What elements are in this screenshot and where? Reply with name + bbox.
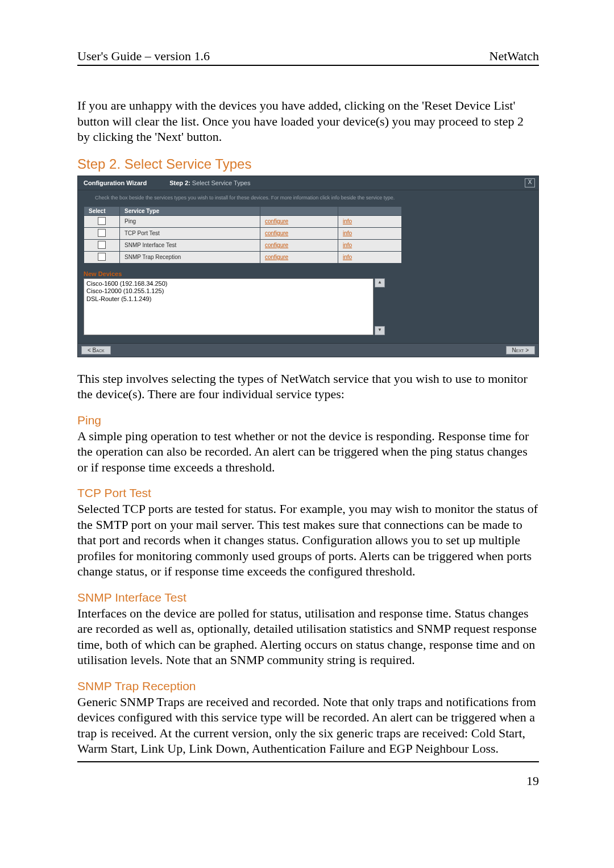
wizard-step-rest: Select Service Types bbox=[190, 180, 251, 186]
info-link[interactable]: info bbox=[343, 218, 352, 224]
device-list-scrollbar: ▲ ▼ bbox=[375, 278, 385, 335]
list-item[interactable]: DSL-Router (5.1.1.249) bbox=[86, 295, 371, 303]
configuration-wizard: Configuration Wizard Step 2: Select Serv… bbox=[77, 176, 539, 357]
service-name: SNMP Interface Test bbox=[120, 239, 260, 251]
next-button[interactable]: Next > bbox=[506, 346, 535, 354]
table-row: Ping configure info bbox=[84, 215, 402, 227]
col-blank-1 bbox=[260, 206, 338, 215]
wizard-footer: < Back Next > bbox=[78, 343, 538, 357]
configure-link[interactable]: configure bbox=[265, 218, 288, 224]
table-row: SNMP Interface Test configure info bbox=[84, 239, 402, 251]
scroll-up-icon[interactable]: ▲ bbox=[375, 278, 385, 287]
step2-heading: Step 2. Select Service Types bbox=[77, 156, 539, 172]
snmp-if-heading: SNMP Interface Test bbox=[77, 591, 539, 604]
snmp-trap-heading: SNMP Trap Reception bbox=[77, 679, 539, 693]
page-header: User's Guide – version 1.6 NetWatch bbox=[77, 49, 539, 66]
service-type-table: Select Service Type Ping configure info … bbox=[84, 206, 402, 264]
ping-body: A simple ping operation to test whether … bbox=[77, 428, 539, 475]
device-list-row: Cisco-1600 (192.168.34.250) Cisco-12000 … bbox=[78, 278, 538, 343]
list-item[interactable]: Cisco-12000 (10.255.1.125) bbox=[86, 287, 371, 295]
checkbox[interactable] bbox=[98, 217, 106, 225]
snmp-trap-body: Generic SNMP Traps are received and reco… bbox=[77, 694, 539, 757]
close-icon[interactable]: X bbox=[525, 178, 535, 187]
tcp-heading: TCP Port Test bbox=[77, 486, 539, 500]
col-blank-2 bbox=[338, 206, 402, 215]
wizard-step-label: Step 2: Select Service Types bbox=[169, 180, 250, 186]
configure-link[interactable]: configure bbox=[265, 230, 288, 236]
wizard-instruction: Check the box beside the services types … bbox=[78, 190, 538, 206]
wizard-step-bold: Step 2: bbox=[169, 180, 190, 186]
info-link[interactable]: info bbox=[343, 230, 352, 236]
new-devices-label: New Devices bbox=[78, 264, 538, 278]
table-row: SNMP Trap Reception configure info bbox=[84, 251, 402, 263]
ping-heading: Ping bbox=[77, 414, 539, 427]
table-row: TCP Port Test configure info bbox=[84, 227, 402, 239]
intro-paragraph: If you are unhappy with the devices you … bbox=[77, 98, 539, 145]
after-wizard-paragraph: This step involves selecting the types o… bbox=[77, 371, 539, 402]
wizard-titlebar: Configuration Wizard Step 2: Select Serv… bbox=[78, 176, 538, 190]
checkbox[interactable] bbox=[98, 229, 106, 237]
header-right: NetWatch bbox=[489, 49, 539, 64]
service-name: TCP Port Test bbox=[120, 227, 260, 239]
col-service-type: Service Type bbox=[120, 206, 260, 215]
checkbox[interactable] bbox=[98, 253, 106, 261]
configure-link[interactable]: configure bbox=[265, 242, 288, 248]
service-name: SNMP Trap Reception bbox=[120, 251, 260, 263]
tcp-body: Selected TCP ports are tested for status… bbox=[77, 501, 539, 579]
back-button[interactable]: < Back bbox=[81, 346, 111, 354]
info-link[interactable]: info bbox=[343, 254, 352, 260]
device-list[interactable]: Cisco-1600 (192.168.34.250) Cisco-12000 … bbox=[84, 278, 374, 335]
scroll-down-icon[interactable]: ▼ bbox=[375, 326, 385, 335]
service-name: Ping bbox=[120, 215, 260, 227]
checkbox[interactable] bbox=[98, 241, 106, 249]
configure-link[interactable]: configure bbox=[265, 254, 288, 260]
col-select: Select bbox=[84, 206, 120, 215]
info-link[interactable]: info bbox=[343, 242, 352, 248]
table-header-row: Select Service Type bbox=[84, 206, 402, 215]
snmp-if-body: Interfaces on the device are polled for … bbox=[77, 606, 539, 668]
page-footer: 19 bbox=[77, 761, 539, 788]
page-number: 19 bbox=[526, 774, 539, 788]
header-left: User's Guide – version 1.6 bbox=[77, 49, 210, 64]
list-item[interactable]: Cisco-1600 (192.168.34.250) bbox=[86, 280, 371, 288]
wizard-title: Configuration Wizard bbox=[84, 180, 147, 186]
